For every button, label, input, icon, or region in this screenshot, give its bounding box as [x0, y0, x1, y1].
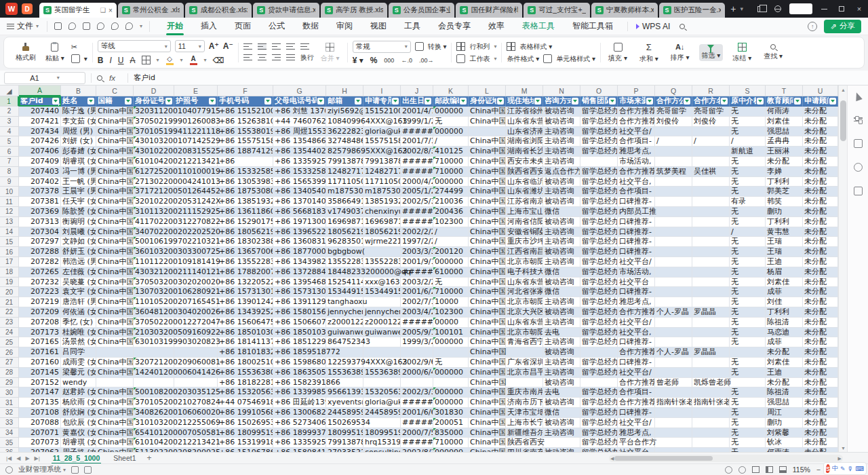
first-sheet-icon[interactable]: |◀	[6, 455, 12, 461]
cell[interactable]: 陈子逸 (男	[61, 107, 96, 117]
zoom-out-button[interactable]: −	[816, 466, 821, 474]
cell[interactable]: China中国	[96, 187, 134, 197]
cell[interactable]: 留学总经办	[580, 187, 618, 197]
cell[interactable]: China中国	[96, 157, 134, 167]
column-header-J[interactable]: J	[401, 86, 433, 96]
cell[interactable]	[655, 207, 692, 217]
column-header-E[interactable]: E	[174, 86, 218, 96]
cell[interactable]: 未分配	[803, 297, 838, 307]
cell[interactable]: 主动咨询	[543, 187, 580, 197]
cell[interactable]: 被动咨询	[543, 197, 580, 207]
cell[interactable]: China中国	[96, 398, 134, 408]
cell[interactable]: 无	[730, 297, 766, 307]
cell[interactable]: 山东省潍坊	[506, 187, 543, 197]
header-cell-H[interactable]: 邮箱	[326, 96, 363, 107]
cell[interactable]: 雅思考点,	[618, 428, 655, 438]
increase-indent-icon[interactable]	[300, 43, 309, 50]
cell[interactable]: 刘素佳	[766, 358, 803, 368]
cell[interactable]	[692, 428, 730, 438]
column-header-U[interactable]: U	[803, 86, 838, 96]
cell[interactable]: 2000/7/5	[401, 428, 433, 438]
cell[interactable]: 340826200106060020	[134, 408, 174, 418]
cell[interactable]: 835000	[433, 428, 469, 438]
filter-dropdown-icon[interactable]	[460, 98, 467, 104]
wps-ai-button[interactable]: WPS AI	[627, 22, 670, 31]
cell[interactable]: #######	[401, 398, 433, 408]
header-cell-D[interactable]: 身份证号	[134, 96, 174, 107]
cell[interactable]: 410125	[433, 147, 469, 157]
cell[interactable]: 陈歆赟 (女	[61, 207, 96, 217]
cell[interactable]: 被动咨询	[543, 347, 580, 358]
font-name-select[interactable]: 等线▾	[98, 40, 171, 52]
cell[interactable]: 合作方推荐	[618, 307, 655, 318]
cell[interactable]: 2000/6/4	[401, 368, 433, 378]
column-header-M[interactable]: M	[506, 86, 543, 96]
cell[interactable]: +86 1370140948	[273, 197, 326, 207]
cell[interactable]: 310103200212255069	[134, 418, 174, 428]
cell[interactable]: 864752343	[326, 337, 363, 347]
cell[interactable]: 000000	[433, 127, 469, 137]
horizontal-scrollbar[interactable]: ◀ ▶	[609, 455, 843, 462]
plugin-label[interactable]: 业财管理系统 ▾	[18, 465, 66, 474]
cell[interactable]: 430103200107142529	[134, 136, 174, 147]
cell[interactable]: China中国	[96, 217, 134, 227]
freeze-button[interactable]: 冻结 ▾	[730, 42, 754, 64]
cell[interactable]: 刘俊伶	[692, 117, 730, 127]
sheet-tab-11_28_5_1000[interactable]: 11_28_5_1000	[46, 453, 107, 464]
cell[interactable]: 135522836	[326, 257, 363, 267]
cell[interactable]: 吴晓蔓 (女	[61, 278, 96, 288]
cell[interactable]: +86 1598680231	[273, 358, 326, 368]
cell[interactable]: 2003/4/2	[401, 307, 433, 318]
cell[interactable]: 无	[730, 237, 766, 247]
cell[interactable]: +86 18002510	[218, 358, 273, 368]
cell[interactable]: 370503200302020020	[134, 278, 174, 288]
cell[interactable]: 未分配	[803, 428, 838, 438]
cell[interactable]	[543, 438, 580, 448]
cell[interactable]: 留学总经办	[580, 237, 618, 247]
cell[interactable]: 无	[730, 398, 766, 408]
cell[interactable]: +86 1372884680	[273, 267, 326, 278]
cell[interactable]: 无	[730, 408, 766, 418]
row-number-34[interactable]: 34	[0, 428, 19, 438]
cell[interactable]: 无	[730, 307, 766, 318]
cell[interactable]: 主动咨询	[543, 358, 580, 368]
cell[interactable]: China中国	[96, 358, 134, 368]
cell[interactable]: +86 18874129	[218, 147, 273, 157]
cell[interactable]: 未分配	[803, 207, 838, 217]
cell[interactable]: 孟冉冉	[766, 136, 803, 147]
cell[interactable]: 207219	[19, 297, 61, 307]
page-layout-view-icon[interactable]	[766, 466, 773, 473]
cell[interactable]	[433, 347, 469, 358]
cell[interactable]: 无	[730, 267, 766, 278]
cell[interactable]: 301830	[433, 408, 469, 418]
cell[interactable]	[655, 278, 692, 288]
percent-button[interactable]: %	[370, 56, 378, 65]
document-tab[interactable]: S英国留学生❑×	[39, 3, 117, 18]
cell[interactable]: 西安市未央	[506, 157, 543, 167]
cell[interactable]: 207381	[19, 197, 61, 207]
filter-dropdown-icon[interactable]	[317, 98, 324, 104]
cell[interactable]: 口碑推荐-	[618, 247, 655, 257]
filter-dropdown-icon[interactable]	[684, 98, 690, 104]
cell[interactable]: 612725200110100019	[134, 167, 174, 177]
cell[interactable]: China中国	[469, 368, 506, 378]
cell[interactable]: 合作项目-	[618, 387, 655, 398]
cell[interactable]: 710000	[433, 438, 469, 448]
cell[interactable]: 口碑推荐-	[618, 358, 655, 368]
cell[interactable]: xyevents@	[326, 398, 363, 408]
cell[interactable]: +86 15152100	[218, 107, 273, 117]
cell[interactable]: 370105199411221118	[134, 127, 174, 137]
ime-pen-icon[interactable]: ✎	[840, 466, 846, 472]
cell[interactable]: 207165	[19, 337, 61, 347]
cell[interactable]: 32010220020531242X	[134, 197, 174, 207]
tab-9[interactable]: 效率	[479, 18, 513, 35]
cell[interactable]: China中国	[96, 247, 134, 257]
cell[interactable]	[655, 428, 692, 438]
cell[interactable]: 周江	[766, 408, 803, 418]
upload-icon[interactable]: ↑	[808, 22, 817, 31]
cell[interactable]: 主动咨询	[543, 127, 580, 137]
cell[interactable]	[655, 267, 692, 278]
cell[interactable]: 山东省济南	[506, 127, 543, 137]
cell[interactable]: 济南市历下	[506, 398, 543, 408]
cell[interactable]	[692, 297, 730, 307]
